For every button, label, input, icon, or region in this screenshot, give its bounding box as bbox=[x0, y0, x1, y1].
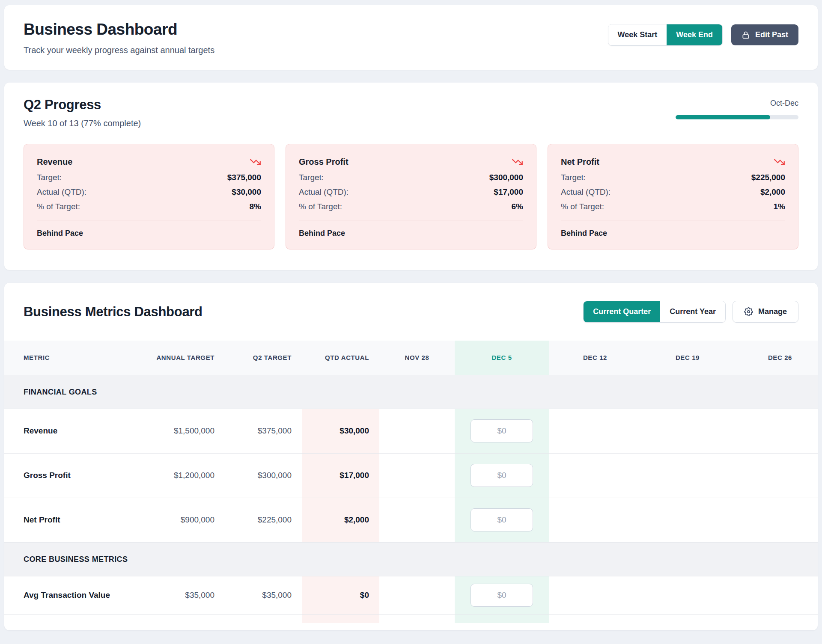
nov-28-cell bbox=[379, 576, 455, 614]
period-label: Oct-Dec bbox=[770, 99, 798, 108]
pace-status-badge: Behind Pace bbox=[37, 220, 261, 238]
actual-label: Actual (QTD): bbox=[37, 187, 86, 197]
dec-26-cell bbox=[734, 409, 818, 453]
qtd-actual-value: $17,000 bbox=[302, 453, 379, 498]
actual-value: $2,000 bbox=[760, 187, 785, 197]
kpi-card-grid: Revenue Target:$375,000 Actual (QTD):$30… bbox=[24, 144, 798, 249]
pace-status-badge: Behind Pace bbox=[299, 220, 523, 238]
col-header-nov-28: Nov 28 bbox=[379, 341, 455, 375]
dec-5-cell bbox=[455, 498, 549, 542]
actual-label: Actual (QTD): bbox=[299, 187, 348, 197]
kpi-card-revenue: Revenue Target:$375,000 Actual (QTD):$30… bbox=[24, 144, 274, 249]
kpi-name: Net Profit bbox=[561, 157, 599, 167]
dec-26-cell bbox=[734, 453, 818, 498]
dec-5-value-input[interactable] bbox=[471, 508, 533, 531]
page-subtitle: Track your weekly progress against annua… bbox=[24, 45, 214, 55]
q2-target-value: $375,000 bbox=[225, 409, 302, 453]
table-row-net-profit: Net Profit $900,000 $225,000 $2,000 bbox=[4, 498, 818, 542]
quarter-progress-bar bbox=[676, 115, 798, 119]
current-year-button[interactable]: Current Year bbox=[660, 301, 725, 322]
dec-12-cell bbox=[549, 576, 641, 614]
col-header-annual-target: Annual Target bbox=[146, 341, 225, 375]
target-label: Target: bbox=[37, 173, 62, 182]
table-row-gross-profit: Gross Profit $1,200,000 $300,000 $17,000 bbox=[4, 453, 818, 498]
kpi-card-net-profit: Net Profit Target:$225,000 Actual (QTD):… bbox=[548, 144, 798, 249]
target-label: Target: bbox=[561, 173, 586, 182]
col-header-q2-target: Q2 Target bbox=[225, 341, 302, 375]
dec-12-cell bbox=[549, 453, 641, 498]
q2-target-value: $35,000 bbox=[225, 576, 302, 614]
dec-5-cell bbox=[455, 409, 549, 453]
qtd-actual-value: $2,000 bbox=[302, 498, 379, 542]
dec-19-cell bbox=[641, 453, 734, 498]
dec-5-value-input[interactable] bbox=[471, 584, 533, 607]
col-header-dec-19: Dec 19 bbox=[641, 341, 734, 375]
actual-value: $17,000 bbox=[494, 187, 523, 197]
dec-19-cell bbox=[641, 409, 734, 453]
lock-icon bbox=[742, 31, 750, 39]
kpi-name: Gross Profit bbox=[299, 157, 348, 167]
week-boundary-toggle: Week Start Week End bbox=[608, 24, 723, 46]
metrics-header: Business Metrics Dashboard Current Quart… bbox=[4, 301, 818, 323]
table-row-partial bbox=[4, 614, 818, 623]
q2-progress-section: Q2 Progress Week 10 of 13 (77% complete)… bbox=[4, 83, 818, 270]
annual-target-value: $1,500,000 bbox=[146, 409, 225, 453]
dec-19-cell bbox=[641, 576, 734, 614]
metric-name: Net Profit bbox=[4, 498, 146, 542]
table-row-avg-transaction-value: Avg Transaction Value $35,000 $35,000 $0 bbox=[4, 576, 818, 614]
metrics-table: Metric Annual Target Q2 Target QTD Actua… bbox=[4, 341, 818, 623]
gear-icon bbox=[744, 307, 753, 316]
trending-down-icon bbox=[774, 156, 785, 168]
metrics-title: Business Metrics Dashboard bbox=[24, 304, 203, 320]
target-value: $225,000 bbox=[751, 173, 785, 182]
q2-target-value: $300,000 bbox=[225, 453, 302, 498]
quarter-progress-fill bbox=[676, 115, 770, 119]
percent-label: % of Target: bbox=[299, 202, 342, 211]
dec-5-cell bbox=[455, 614, 549, 623]
metric-name: Avg Transaction Value bbox=[4, 576, 146, 614]
annual-target-value: $900,000 bbox=[146, 498, 225, 542]
q2-progress-titles: Q2 Progress Week 10 of 13 (77% complete) bbox=[24, 97, 141, 128]
col-header-metric: Metric bbox=[4, 341, 146, 375]
page-title: Business Dashboard bbox=[24, 21, 214, 39]
nov-28-cell bbox=[379, 409, 455, 453]
col-header-dec-5: Dec 5 bbox=[455, 341, 549, 375]
dashboard-header: Business Dashboard Track your weekly pro… bbox=[4, 5, 818, 70]
percent-value: 1% bbox=[774, 202, 785, 211]
percent-label: % of Target: bbox=[561, 202, 604, 211]
kpi-card-gross-profit: Gross Profit Target:$300,000 Actual (QTD… bbox=[286, 144, 536, 249]
col-header-qtd-actual: QTD Actual bbox=[302, 341, 379, 375]
edit-past-label: Edit Past bbox=[755, 30, 788, 39]
dec-5-value-input[interactable] bbox=[471, 464, 533, 487]
trending-down-icon bbox=[512, 156, 523, 168]
dec-26-cell bbox=[734, 498, 818, 542]
dec-12-cell bbox=[549, 409, 641, 453]
q2-target-value: $225,000 bbox=[225, 498, 302, 542]
trending-down-icon bbox=[250, 156, 261, 168]
period-view-toggle: Current Quarter Current Year bbox=[583, 301, 726, 323]
week-end-button[interactable]: Week End bbox=[667, 24, 722, 45]
metric-name: Revenue bbox=[4, 409, 146, 453]
manage-button[interactable]: Manage bbox=[733, 301, 798, 323]
actual-label: Actual (QTD): bbox=[561, 187, 611, 197]
section-label: Financial Goals bbox=[4, 375, 818, 409]
manage-label: Manage bbox=[758, 307, 787, 316]
header-actions: Week Start Week End Edit Past bbox=[608, 24, 798, 46]
percent-value: 8% bbox=[250, 202, 261, 211]
metric-name: Gross Profit bbox=[4, 453, 146, 498]
qtd-actual-cell bbox=[302, 614, 379, 623]
q2-progress-header: Q2 Progress Week 10 of 13 (77% complete)… bbox=[24, 97, 798, 128]
percent-value: 6% bbox=[512, 202, 523, 211]
week-start-button[interactable]: Week Start bbox=[608, 24, 667, 45]
table-header-row: Metric Annual Target Q2 Target QTD Actua… bbox=[4, 341, 818, 375]
dec-19-cell bbox=[641, 498, 734, 542]
dec-5-cell bbox=[455, 453, 549, 498]
actual-value: $30,000 bbox=[232, 187, 261, 197]
q2-progress-subtitle: Week 10 of 13 (77% complete) bbox=[24, 119, 141, 128]
dec-5-value-input[interactable] bbox=[471, 419, 533, 442]
col-header-dec-26: Dec 26 bbox=[734, 341, 818, 375]
table-row-revenue: Revenue $1,500,000 $375,000 $30,000 bbox=[4, 409, 818, 453]
target-value: $375,000 bbox=[227, 173, 261, 182]
current-quarter-button[interactable]: Current Quarter bbox=[584, 301, 660, 322]
edit-past-button[interactable]: Edit Past bbox=[731, 24, 798, 45]
